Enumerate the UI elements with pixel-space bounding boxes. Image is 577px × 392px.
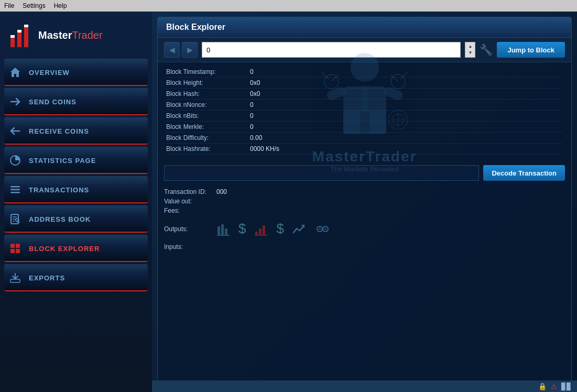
svg-rect-17 [16,244,20,248]
info-row-difficulty: Block Difficulty: 0.00 [166,133,563,144]
spinner-down[interactable]: ▼ [468,51,472,55]
tx-inputs-label: Inputs: [164,243,216,251]
svg-rect-19 [16,249,20,253]
info-row-nbits: Block nBits: 0 [166,111,563,122]
menu-help[interactable]: Help [54,2,67,9]
block-next-btn[interactable]: ▶ [182,42,198,58]
sidebar-item-statistics[interactable]: STATISTICS PAGE [0,147,152,174]
svg-point-45 [324,228,326,230]
svg-rect-39 [259,228,262,235]
sidebar-label-statistics: STATISTICS PAGE [29,157,96,165]
label-nnonce: Block nNonce: [166,101,250,108]
tx-output-icons: $ $ [216,216,330,241]
menu-settings[interactable]: Settings [23,2,45,9]
tx-toolbar: Decode Transaction [164,165,565,181]
info-row-hash: Block Hash: 0x0 [166,89,563,100]
svg-rect-20 [10,279,20,282]
block-info: Block Timestamp: 0 Block Height: 0x0 Blo… [158,62,571,159]
label-merkle: Block Merkle: [166,123,250,130]
sidebar-item-address[interactable]: ADDRESS BOOK [0,205,152,233]
label-height: Block Height: [166,79,250,86]
sidebar-item-receive[interactable]: RECEIVE COINS [0,117,152,145]
sidebar-label-exports: EXPORTS [29,274,65,282]
tx-id-label: Transaction ID: [164,188,216,195]
info-row-hashrate: Block Hashrate: 0000 KH/s [166,144,563,155]
value-hashrate: 0000 KH/s [250,145,279,153]
tx-fees-label: Fees: [164,207,216,214]
label-timestamp: Block Timestamp: [166,68,250,75]
svg-rect-4 [24,27,28,47]
receive-icon [8,124,23,138]
tx-valueout-label: Value out: [164,198,216,205]
sidebar: MasterTrader OVERVIEW SEND COINS [0,12,152,392]
signal-icon: ▊▊ [561,383,572,390]
block-icon [8,241,23,256]
svg-rect-35 [221,224,224,235]
value-nbits: 0 [250,112,254,119]
tx-row-id: Transaction ID: 000 [164,187,565,197]
sidebar-item-block[interactable]: BLOCK EXPLORER [0,235,152,262]
transactions-icon [8,182,23,197]
tx-row-fees: Fees: [164,206,565,215]
chart-bar-icon [216,222,230,236]
tx-row-inputs: Inputs: [164,242,565,252]
info-row-merkle: Block Merkle: 0 [166,122,563,133]
send-icon [8,94,23,109]
block-spinner[interactable]: ▲ ▼ [465,42,475,58]
svg-rect-1 [10,35,15,38]
svg-rect-2 [17,32,21,47]
svg-rect-8 [10,186,20,188]
panel-header: Block Explorer [158,17,571,38]
decode-transaction-button[interactable]: Decode Transaction [483,165,565,181]
tx-row-valueout: Value out: [164,197,565,206]
svg-rect-34 [217,226,220,235]
value-timestamp: 0 [250,68,254,75]
tx-details: Transaction ID: 000 Value out: Fees: Out… [164,185,565,254]
tx-id-input[interactable] [164,165,479,181]
exports-icon [8,270,23,285]
spinner-up[interactable]: ▲ [468,45,472,49]
value-hash: 0x0 [250,90,260,97]
label-difficulty: Block Difficulty: [166,134,250,141]
logo-master: Master [38,29,72,41]
lock-icon: 🔒 [538,383,547,390]
menu-bar: File Settings Help [0,0,577,12]
label-hash: Block Hash: [166,90,250,97]
logo-trader: Trader [72,29,102,41]
nav-arrows: ◀ ▶ [164,42,198,58]
logo-area: MasterTrader [0,17,152,59]
svg-rect-0 [10,38,15,47]
main-content: Block Explorer [152,12,577,392]
block-number-input[interactable]: 0 [202,42,461,58]
trend-icon [292,222,306,236]
sidebar-item-send[interactable]: SEND COINS [0,88,152,115]
address-icon [8,212,23,226]
tx-row-outputs: Outputs: $ [164,215,565,242]
sidebar-label-send: SEND COINS [29,98,77,106]
statistics-icon [8,153,23,168]
sidebar-label-transactions: TRANSACTIONS [29,186,89,194]
warning-icon: ⚠ [551,383,557,390]
block-prev-btn[interactable]: ◀ [164,42,180,58]
sidebar-item-overview[interactable]: OVERVIEW [0,59,152,86]
sidebar-item-exports[interactable]: EXPORTS [0,264,152,291]
svg-rect-10 [10,192,20,193]
tx-outputs-label: Outputs: [164,225,216,233]
info-row-height: Block Height: 0x0 [166,78,563,89]
sidebar-item-transactions[interactable]: TRANSACTIONS [0,176,152,203]
svg-rect-40 [263,225,265,235]
transaction-section: Decode Transaction Transaction ID: 000 V… [158,161,571,258]
svg-rect-3 [17,30,21,32]
value-difficulty: 0.00 [250,134,262,141]
value-height: 0x0 [250,79,260,86]
gear-pair-icon [314,222,330,236]
svg-rect-36 [225,228,227,235]
svg-point-43 [319,228,321,230]
svg-rect-5 [24,25,28,27]
menu-file[interactable]: File [4,2,14,9]
value-merkle: 0 [250,123,254,130]
dollar-sign-2-icon: $ [276,221,284,237]
app-body: 99% ⚙ ⚙ MasterTrader [0,12,577,392]
sidebar-label-address: ADDRESS BOOK [29,215,91,223]
jump-to-block-button[interactable]: Jump to Block [497,42,565,58]
